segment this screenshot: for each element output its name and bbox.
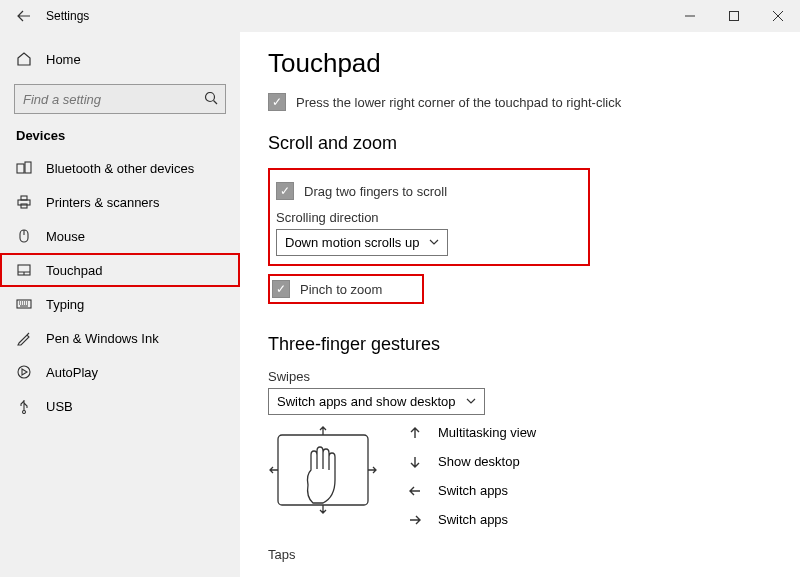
swipes-label: Swipes [268, 369, 772, 384]
pen-icon [16, 330, 32, 346]
close-button[interactable] [756, 0, 800, 32]
swipes-dropdown[interactable]: Switch apps and show desktop [268, 388, 485, 415]
scrolling-direction-label: Scrolling direction [276, 210, 448, 225]
mouse-icon [16, 228, 32, 244]
scrolling-direction-value: Down motion scrolls up [285, 235, 419, 250]
search-icon [204, 91, 218, 108]
sidebar-item-pen[interactable]: Pen & Windows Ink [0, 321, 240, 355]
arrow-right-icon [408, 513, 422, 527]
pinch-to-zoom-row[interactable]: ✓ Pinch to zoom [272, 280, 382, 298]
scroll-zoom-heading: Scroll and zoom [268, 133, 772, 154]
scrolling-direction-dropdown[interactable]: Down motion scrolls up [276, 229, 448, 256]
sidebar-home[interactable]: Home [0, 42, 240, 76]
sidebar-item-label: Typing [46, 297, 84, 312]
back-button[interactable] [10, 2, 38, 30]
svg-point-1 [206, 93, 215, 102]
sidebar-item-label: Bluetooth & other devices [46, 161, 194, 176]
sidebar-home-label: Home [46, 52, 81, 67]
highlight-scroll-section: ✓ Drag two fingers to scroll Scrolling d… [268, 168, 590, 266]
search-wrap [14, 84, 226, 114]
usb-icon [16, 398, 32, 414]
minimize-button[interactable] [668, 0, 712, 32]
arrow-down-icon [408, 455, 422, 469]
highlight-pinch-section: ✓ Pinch to zoom [268, 274, 424, 304]
drag-two-fingers-row[interactable]: ✓ Drag two fingers to scroll [276, 182, 448, 200]
devices-icon [16, 160, 32, 176]
svg-rect-0 [730, 12, 739, 21]
press-corner-label: Press the lower right corner of the touc… [296, 95, 621, 110]
printer-icon [16, 194, 32, 210]
sidebar-item-bluetooth[interactable]: Bluetooth & other devices [0, 151, 240, 185]
svg-point-11 [23, 411, 26, 414]
gesture-right-label: Switch apps [438, 512, 508, 527]
content: Touchpad ✓ Press the lower right corner … [240, 32, 800, 577]
gesture-up-row: Multitasking view [408, 425, 536, 440]
press-corner-row[interactable]: ✓ Press the lower right corner of the to… [268, 93, 772, 111]
sidebar-item-label: Touchpad [46, 263, 102, 278]
checkbox-icon: ✓ [272, 280, 290, 298]
window-title: Settings [46, 9, 89, 23]
sidebar-item-usb[interactable]: USB [0, 389, 240, 423]
sidebar: Home Devices Bluetooth & other devices P… [0, 32, 240, 577]
maximize-button[interactable] [712, 0, 756, 32]
gesture-left-row: Switch apps [408, 483, 536, 498]
gesture-left-label: Switch apps [438, 483, 508, 498]
gesture-list: Multitasking view Show desktop Switch ap… [408, 425, 536, 527]
swipes-value: Switch apps and show desktop [277, 394, 456, 409]
arrow-up-icon [408, 426, 422, 440]
svg-point-10 [18, 366, 30, 378]
home-icon [16, 51, 32, 67]
checkbox-icon: ✓ [276, 182, 294, 200]
autoplay-icon [16, 364, 32, 380]
gesture-up-label: Multitasking view [438, 425, 536, 440]
sidebar-item-autoplay[interactable]: AutoPlay [0, 355, 240, 389]
svg-rect-12 [278, 435, 368, 505]
svg-rect-5 [21, 196, 27, 200]
gesture-right-row: Switch apps [408, 512, 536, 527]
sidebar-item-label: USB [46, 399, 73, 414]
touchpad-icon [16, 262, 32, 278]
sidebar-item-mouse[interactable]: Mouse [0, 219, 240, 253]
taps-label: Taps [268, 547, 772, 562]
sidebar-item-label: Printers & scanners [46, 195, 159, 210]
gesture-diagram-row: Multitasking view Show desktop Switch ap… [268, 425, 772, 535]
sidebar-item-typing[interactable]: Typing [0, 287, 240, 321]
sidebar-category: Devices [0, 126, 240, 151]
sidebar-item-printers[interactable]: Printers & scanners [0, 185, 240, 219]
arrow-left-icon [408, 484, 422, 498]
chevron-down-icon [466, 394, 476, 409]
sidebar-item-touchpad[interactable]: Touchpad [0, 253, 240, 287]
drag-two-fingers-label: Drag two fingers to scroll [304, 184, 447, 199]
sidebar-item-label: AutoPlay [46, 365, 98, 380]
three-finger-heading: Three-finger gestures [268, 334, 772, 355]
chevron-down-icon [429, 235, 439, 250]
svg-rect-2 [17, 164, 24, 173]
pinch-to-zoom-label: Pinch to zoom [300, 282, 382, 297]
gesture-down-label: Show desktop [438, 454, 520, 469]
touchpad-diagram [268, 425, 378, 535]
titlebar: Settings [0, 0, 800, 32]
sidebar-item-label: Mouse [46, 229, 85, 244]
gesture-down-row: Show desktop [408, 454, 536, 469]
sidebar-item-label: Pen & Windows Ink [46, 331, 159, 346]
keyboard-icon [16, 296, 32, 312]
svg-rect-3 [25, 162, 31, 173]
search-input[interactable] [14, 84, 226, 114]
checkbox-icon: ✓ [268, 93, 286, 111]
page-title: Touchpad [268, 48, 772, 79]
